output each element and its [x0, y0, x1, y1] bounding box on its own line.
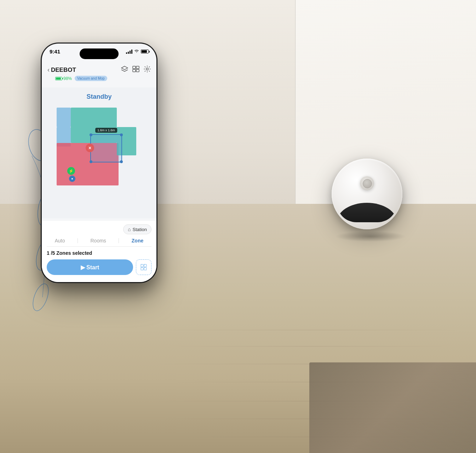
robot-shadow	[335, 231, 406, 242]
svg-rect-12	[141, 268, 143, 270]
header-top: ‹ DEEBOT	[47, 65, 151, 74]
battery-info: 98%	[55, 76, 72, 81]
tab-zone[interactable]: Zone	[128, 238, 147, 243]
station-icon: ⌂	[128, 226, 131, 232]
battery-percentage: 98%	[63, 76, 72, 81]
phone-frame: 9:41	[41, 42, 157, 283]
tab-bar: Auto Rooms Zone	[47, 238, 151, 247]
layers-icon[interactable]	[121, 66, 128, 74]
svg-rect-10	[141, 264, 143, 267]
header-icons	[121, 65, 151, 74]
app-header: ‹ DEEBOT	[42, 63, 156, 85]
room-blue-top-left[interactable]	[57, 108, 71, 127]
battery-icon	[141, 50, 149, 53]
svg-rect-8	[136, 69, 139, 72]
zone-size-label: 1.6m x 1.6m	[95, 128, 117, 133]
svg-point-9	[146, 68, 148, 70]
robot-vacuum	[332, 159, 409, 236]
phone-container: 9:41	[41, 42, 157, 283]
wifi-icon	[134, 49, 139, 54]
carpet	[309, 362, 476, 453]
tab-divider-2	[119, 238, 119, 243]
zone-selection-box[interactable]: 1.6m x 1.6m ×	[90, 134, 122, 162]
status-icons	[126, 48, 149, 54]
svg-rect-6	[136, 66, 139, 69]
battery-indicator-icon	[55, 77, 62, 80]
station-button-row: ⌂ Station	[47, 224, 151, 234]
zone-corner-tr[interactable]	[120, 133, 123, 136]
device-name: DEEBOT	[51, 67, 76, 74]
standby-label: Standby	[86, 93, 111, 101]
header-left: ‹ DEEBOT	[47, 66, 76, 74]
robot-top-sensor	[360, 176, 374, 190]
action-row: ▶ Start	[47, 259, 151, 275]
svg-rect-7	[133, 69, 136, 72]
station-button[interactable]: ⌂ Station	[123, 224, 151, 234]
charging-station-icon: ⚡	[67, 167, 75, 175]
svg-rect-5	[133, 66, 136, 69]
zones-selected-label: 1 /5 Zones selected	[47, 250, 151, 256]
signal-bars-icon	[126, 50, 132, 54]
bottom-bar: ⌂ Station Auto Rooms Zone 1 /5 Zones sel…	[42, 221, 156, 282]
zone-corner-tl[interactable]	[90, 133, 92, 136]
device-info: 98% Vacuum and Mop	[55, 76, 151, 81]
robot-body	[332, 159, 402, 229]
mode-badge: Vacuum and Mop	[75, 76, 107, 81]
tab-divider-1	[78, 238, 78, 243]
add-zone-button[interactable]	[136, 259, 151, 275]
phone-screen: 9:41	[42, 44, 156, 282]
svg-rect-11	[144, 264, 147, 267]
layout-icon[interactable]	[132, 66, 139, 74]
status-time: 9:41	[50, 48, 60, 55]
floor-map[interactable]: 1.6m x 1.6m × ⚡ ●	[57, 108, 142, 203]
delete-zone-button[interactable]: ×	[86, 144, 94, 152]
robot-front-panel	[337, 203, 397, 222]
map-area[interactable]: Standby 1.6m x 1.6m	[42, 87, 156, 218]
back-button[interactable]: ‹	[47, 66, 50, 74]
tab-rooms[interactable]: Rooms	[87, 238, 109, 243]
robot-position-icon: ●	[69, 176, 75, 182]
tab-auto[interactable]: Auto	[51, 238, 69, 243]
svg-rect-13	[144, 268, 147, 270]
station-label: Station	[133, 227, 147, 232]
zone-corner-br[interactable]	[120, 160, 123, 163]
dynamic-island	[80, 48, 119, 59]
settings-icon[interactable]	[144, 65, 151, 74]
start-button[interactable]: ▶ Start	[47, 259, 133, 275]
zone-corner-bl[interactable]	[90, 160, 92, 163]
